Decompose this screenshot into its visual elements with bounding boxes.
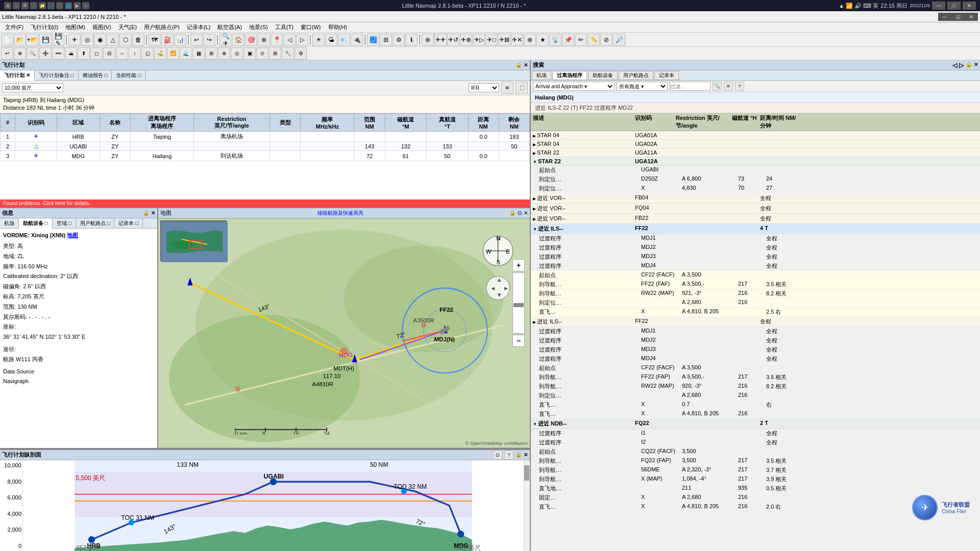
tb-delete[interactable]: 🗑 (132, 34, 144, 46)
tb-flight16[interactable]: 🔎 (613, 34, 625, 46)
info-controls[interactable]: 🔒 ✕ (143, 210, 155, 216)
app-close[interactable]: ✕ (965, 13, 978, 21)
zoom-slider[interactable] (512, 272, 525, 334)
tb-wind[interactable]: 💨 (338, 34, 350, 46)
map-remove-link[interactable]: 移除航路及快速高亮 (317, 210, 363, 217)
table-row[interactable]: 1 ✈ HRB ZY Taiping 离场机场 0.0 (1, 132, 530, 142)
info-tab-airspace[interactable]: 空域 □ (53, 218, 76, 229)
tb2-9[interactable]: ⊟ (103, 47, 115, 60)
fp-altitude-select[interactable]: 10,000 英尺 (2, 83, 63, 92)
map-minimap[interactable] (160, 220, 227, 261)
tb2-4[interactable]: ➕ (39, 47, 52, 60)
tb-info[interactable]: ℹ (405, 34, 418, 46)
tb-perf[interactable]: 📊 (174, 34, 186, 46)
starz2-sub1[interactable]: 起始点UGABI (531, 166, 980, 175)
table-row[interactable]: 3 ✈ MDG ZY Hailang 到达机场 72 61 50 0.0 (1, 151, 530, 161)
search-close[interactable]: ✕ (974, 62, 978, 69)
tb-flight8[interactable]: ✈✕ (511, 34, 523, 46)
tb-settings[interactable]: ⚙ (393, 34, 405, 46)
proc-vor-fb22[interactable]: ▶进近 VOR-- FB22全程 (531, 214, 980, 224)
map-zoom-controls[interactable]: + − (512, 259, 525, 347)
tb-ndb[interactable]: ◉ (94, 34, 106, 46)
info-tab-navaids[interactable]: 助航设备 □ (19, 218, 53, 229)
tab-procedures[interactable]: 过离场程序 (552, 71, 587, 80)
menu-tools[interactable]: 工具(T) (272, 23, 297, 32)
proc-group-star04b[interactable]: ▶STAR 04 UGA02A (531, 140, 980, 148)
map-content[interactable]: FF22 A3500R MDJ(N) MDT(H) 117.10 A4810R … (158, 218, 530, 448)
fp-tab-perf[interactable]: 当前性能 □ (112, 70, 145, 81)
filter-search-button[interactable]: 🔍 (713, 82, 722, 91)
filter-help-button[interactable]: ? (735, 82, 744, 91)
ils1-sub5[interactable]: 起始点CF22 (FACF)A 3,500 (531, 271, 980, 280)
fp-tb-btn2[interactable]: 📋 (516, 82, 528, 94)
tb-zoom-home[interactable]: 🏠 (232, 34, 244, 46)
ndb-sub6[interactable]: 到导航…X (MAP)1,084, -4°2173.9 相关 (531, 475, 980, 484)
starz2-sub2[interactable]: 到定位…D250ZA 6,8007324 (531, 175, 980, 184)
profile-btn2[interactable]: ? (504, 450, 513, 460)
tb2-18[interactable]: ⊕ (218, 47, 230, 60)
tb-flight14[interactable]: 📏 (587, 34, 600, 46)
menu-view[interactable]: 视图(V) (89, 23, 114, 32)
tb2-16[interactable]: ▦ (192, 47, 205, 60)
search-nav-right[interactable]: ▷ (959, 62, 964, 69)
ils1-sub3[interactable]: 过渡程序MDJ3全程 (531, 253, 980, 262)
tb2-2[interactable]: ⊕ (14, 47, 26, 60)
tb2-17[interactable]: ⊞ (205, 47, 217, 60)
tb-undo[interactable]: ↩ (190, 34, 203, 46)
proc-ndb-fq22[interactable]: ▼进近 NDB-- FQ222 T (531, 419, 980, 429)
ndb-sub2[interactable]: 过渡程序I2全程 (531, 438, 980, 447)
tb-zoom-airport[interactable]: 🔍✈ (219, 34, 232, 46)
tab-userpoints[interactable]: 用户航路点 (619, 71, 653, 80)
menu-window[interactable]: 窗口(W) (298, 23, 324, 32)
info-tab-airport[interactable]: 机场 (0, 218, 19, 229)
navmap-icon[interactable]: ✈ (82, 2, 89, 9)
ils2-sub5[interactable]: 起始点CF22 (FACF)A 3,500 (531, 364, 980, 373)
profile-scrollbar[interactable] (524, 460, 530, 551)
app-restore[interactable]: ◱ (951, 13, 965, 21)
proc-ils-ff22-2[interactable]: ▶进近 ILS-- FF22全程 (531, 317, 980, 327)
ils1-sub9[interactable]: 直飞…XA 4,810, B 2052.5 右 (531, 308, 980, 317)
ils1-sub6[interactable]: 到导航…FF22 (FAF)A 3,500,-2173.5 相关 (531, 280, 980, 289)
tb2-12[interactable]: ◱ (141, 47, 154, 60)
tb2-8[interactable]: ◻ (90, 47, 103, 60)
tb-flight10[interactable]: ★ (536, 34, 549, 46)
tb-new[interactable]: 📄 (1, 34, 13, 46)
tb2-20[interactable]: ▣ (243, 47, 256, 60)
ils2-sub9[interactable]: 直飞…X0.7右 (531, 400, 980, 410)
profile-close[interactable]: ✕ (524, 452, 528, 458)
ndb-sub1[interactable]: 过渡程序I1全程 (531, 429, 980, 438)
ndb-sub4[interactable]: 到导航…FQ22 (FAP)3,5002173.5 相关 (531, 457, 980, 466)
app-minimize[interactable]: — (938, 13, 951, 21)
map-max[interactable]: ⊡ (518, 210, 522, 216)
proc-group-starz2[interactable]: ▼STAR Z2 UGA12A (531, 157, 980, 166)
info-lock[interactable]: 🔒 (143, 210, 149, 216)
tb-mark[interactable]: 📍 (271, 34, 283, 46)
tb-flight5[interactable]: ✈▷ (473, 34, 485, 46)
media-icon[interactable]: 🎵 (56, 2, 63, 9)
tb-center-route[interactable]: ⊕ (258, 34, 270, 46)
ils1-sub4[interactable]: 过渡程序MDJ4全程 (531, 262, 980, 271)
tb-redo[interactable]: ↪ (203, 34, 215, 46)
tb-append[interactable]: +📂 (27, 34, 39, 46)
ils2-sub6[interactable]: 到导航…FF22 (FAP)A 3,500,-2173.5 相关 (531, 373, 980, 382)
tb2-21[interactable]: ⊙ (256, 47, 268, 60)
proc-vor-fb04[interactable]: ▶进近 VOR-- FB04全程 (531, 193, 980, 204)
fp-routetype-select[interactable]: IFR (469, 83, 499, 92)
tb-map-theme[interactable]: 🗾 (367, 34, 379, 46)
tb-flight7[interactable]: ✈⊠ (498, 34, 510, 46)
search-nav-left[interactable]: ◁ (952, 62, 957, 69)
ils2-sub8[interactable]: 到定位…A 2,680216 (531, 391, 980, 400)
tb-flight12[interactable]: 📌 (562, 34, 574, 46)
map-controls[interactable]: 🔒 ⊡ ✕ (509, 210, 528, 216)
windows-icon[interactable]: ⊞ (4, 2, 11, 9)
ils1-sub1[interactable]: 过渡程序MDJ1全程 (531, 234, 980, 243)
browser-icon[interactable]: 🌐 (65, 2, 72, 9)
fp-tab-notes[interactable]: 飞行计划备注 □ (35, 70, 79, 81)
ils2-sub3[interactable]: 过渡程序MDJ3全程 (531, 345, 980, 355)
proc-group-star22a[interactable]: ▶STAR 22 UGA11A (531, 148, 980, 157)
tb-flight1[interactable]: ⊛ (422, 34, 434, 46)
tb-sun[interactable]: ☀ (312, 34, 325, 46)
filter-search-input[interactable] (670, 82, 710, 91)
fp-tb-btn1[interactable]: ⊕ (501, 82, 513, 94)
tb2-3[interactable]: 🔍 (27, 47, 39, 60)
